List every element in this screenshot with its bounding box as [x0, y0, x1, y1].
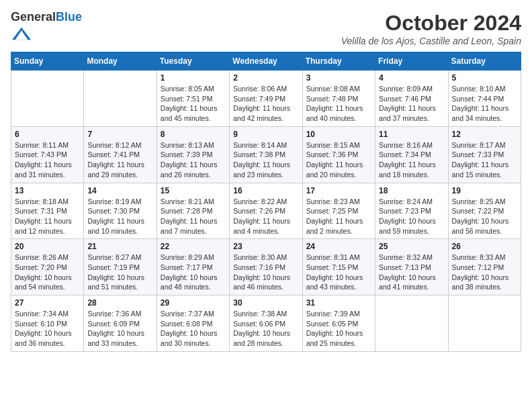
- day-number: 29: [161, 298, 226, 308]
- day-info: Sunrise: 8:12 AMSunset: 7:41 PMDaylight:…: [87, 140, 152, 180]
- day-number: 3: [306, 73, 371, 83]
- calendar-cell: 30Sunrise: 7:38 AMSunset: 6:06 PMDayligh…: [230, 295, 302, 352]
- logo: GeneralBlue: [11, 11, 82, 46]
- title-block: October 2024 Velilla de los Ajos, Castil…: [341, 11, 521, 46]
- calendar-cell: 3Sunrise: 8:08 AMSunset: 7:48 PMDaylight…: [302, 71, 375, 127]
- day-info: Sunrise: 8:32 AMSunset: 7:13 PMDaylight:…: [379, 253, 444, 292]
- calendar-cell: 21Sunrise: 8:27 AMSunset: 7:19 PMDayligh…: [84, 239, 157, 295]
- day-info: Sunrise: 8:13 AMSunset: 7:39 PMDaylight:…: [161, 140, 226, 180]
- day-info: Sunrise: 8:06 AMSunset: 7:49 PMDaylight:…: [233, 84, 298, 124]
- day-number: 5: [452, 73, 517, 83]
- day-info: Sunrise: 8:26 AMSunset: 7:20 PMDaylight:…: [15, 253, 80, 292]
- calendar-cell: 17Sunrise: 8:23 AMSunset: 7:25 PMDayligh…: [302, 183, 375, 239]
- calendar-cell: 25Sunrise: 8:32 AMSunset: 7:13 PMDayligh…: [375, 239, 448, 295]
- day-number: 28: [87, 298, 152, 308]
- calendar-week-row: 27Sunrise: 7:34 AMSunset: 6:10 PMDayligh…: [11, 295, 521, 352]
- day-number: 16: [233, 186, 298, 195]
- calendar-cell: 6Sunrise: 8:11 AMSunset: 7:43 PMDaylight…: [11, 126, 84, 183]
- calendar-cell: 26Sunrise: 8:33 AMSunset: 7:12 PMDayligh…: [448, 239, 521, 295]
- calendar-week-row: 1Sunrise: 8:05 AMSunset: 7:51 PMDaylight…: [11, 71, 521, 127]
- calendar-cell: 9Sunrise: 8:14 AMSunset: 7:38 PMDaylight…: [230, 126, 302, 183]
- day-number: 25: [379, 242, 444, 251]
- day-info: Sunrise: 8:22 AMSunset: 7:26 PMDaylight:…: [233, 197, 298, 236]
- location: Velilla de los Ajos, Castille and Leon, …: [341, 36, 521, 46]
- calendar-cell: 16Sunrise: 8:22 AMSunset: 7:26 PMDayligh…: [230, 183, 302, 239]
- calendar-cell: [375, 295, 448, 352]
- calendar-cell: [448, 295, 521, 352]
- day-header-monday: Monday: [84, 52, 157, 71]
- day-info: Sunrise: 8:29 AMSunset: 7:17 PMDaylight:…: [161, 253, 226, 292]
- day-number: 23: [233, 242, 298, 251]
- day-info: Sunrise: 8:17 AMSunset: 7:33 PMDaylight:…: [452, 140, 517, 180]
- calendar-cell: 31Sunrise: 7:39 AMSunset: 6:05 PMDayligh…: [302, 295, 375, 352]
- calendar-cell: 28Sunrise: 7:36 AMSunset: 6:09 PMDayligh…: [84, 295, 157, 352]
- day-number: 8: [161, 130, 226, 139]
- day-number: 30: [233, 298, 298, 308]
- day-number: 18: [379, 186, 444, 195]
- day-info: Sunrise: 8:10 AMSunset: 7:44 PMDaylight:…: [452, 84, 517, 124]
- day-number: 27: [15, 298, 80, 308]
- day-info: Sunrise: 8:23 AMSunset: 7:25 PMDaylight:…: [306, 197, 371, 236]
- day-info: Sunrise: 7:39 AMSunset: 6:05 PMDaylight:…: [306, 309, 371, 349]
- day-number: 10: [306, 130, 371, 139]
- day-info: Sunrise: 8:24 AMSunset: 7:23 PMDaylight:…: [379, 197, 444, 236]
- day-number: 19: [452, 186, 517, 195]
- logo-general-text: General: [11, 10, 56, 24]
- calendar-cell: 1Sunrise: 8:05 AMSunset: 7:51 PMDaylight…: [157, 71, 229, 127]
- day-info: Sunrise: 8:30 AMSunset: 7:16 PMDaylight:…: [233, 253, 298, 292]
- day-info: Sunrise: 7:37 AMSunset: 6:08 PMDaylight:…: [161, 309, 226, 349]
- calendar-cell: 18Sunrise: 8:24 AMSunset: 7:23 PMDayligh…: [375, 183, 448, 239]
- logo-icon: [12, 24, 31, 43]
- calendar-cell: 10Sunrise: 8:15 AMSunset: 7:36 PMDayligh…: [302, 126, 375, 183]
- day-info: Sunrise: 8:15 AMSunset: 7:36 PMDaylight:…: [306, 140, 371, 180]
- day-header-wednesday: Wednesday: [230, 52, 302, 71]
- calendar-cell: 24Sunrise: 8:31 AMSunset: 7:15 PMDayligh…: [302, 239, 375, 295]
- calendar-week-row: 13Sunrise: 8:18 AMSunset: 7:31 PMDayligh…: [11, 183, 521, 239]
- page-header: GeneralBlue October 2024 Velilla de los …: [11, 11, 521, 46]
- day-number: 4: [379, 73, 444, 83]
- day-number: 1: [161, 73, 226, 83]
- day-number: 12: [452, 130, 517, 139]
- day-number: 14: [87, 186, 152, 195]
- day-info: Sunrise: 8:14 AMSunset: 7:38 PMDaylight:…: [233, 140, 298, 180]
- day-number: 11: [379, 130, 444, 139]
- calendar-cell: 4Sunrise: 8:09 AMSunset: 7:46 PMDaylight…: [375, 71, 448, 127]
- day-info: Sunrise: 8:27 AMSunset: 7:19 PMDaylight:…: [87, 253, 152, 292]
- calendar-cell: 2Sunrise: 8:06 AMSunset: 7:49 PMDaylight…: [230, 71, 302, 127]
- day-number: 17: [306, 186, 371, 195]
- day-number: 7: [87, 130, 152, 139]
- calendar-cell: 14Sunrise: 8:19 AMSunset: 7:30 PMDayligh…: [84, 183, 157, 239]
- day-header-saturday: Saturday: [448, 52, 521, 71]
- calendar-cell: 20Sunrise: 8:26 AMSunset: 7:20 PMDayligh…: [11, 239, 84, 295]
- day-info: Sunrise: 8:08 AMSunset: 7:48 PMDaylight:…: [306, 84, 371, 124]
- month-title: October 2024: [341, 11, 521, 36]
- calendar-cell: 27Sunrise: 7:34 AMSunset: 6:10 PMDayligh…: [11, 295, 84, 352]
- day-info: Sunrise: 8:09 AMSunset: 7:46 PMDaylight:…: [379, 84, 444, 124]
- day-info: Sunrise: 8:16 AMSunset: 7:34 PMDaylight:…: [379, 140, 444, 180]
- calendar-cell: 22Sunrise: 8:29 AMSunset: 7:17 PMDayligh…: [157, 239, 229, 295]
- logo-blue-text: Blue: [56, 10, 82, 24]
- day-header-sunday: Sunday: [11, 52, 84, 71]
- day-info: Sunrise: 8:19 AMSunset: 7:30 PMDaylight:…: [87, 197, 152, 236]
- calendar-week-row: 6Sunrise: 8:11 AMSunset: 7:43 PMDaylight…: [11, 126, 521, 183]
- day-info: Sunrise: 8:25 AMSunset: 7:22 PMDaylight:…: [452, 197, 517, 236]
- calendar-cell: 12Sunrise: 8:17 AMSunset: 7:33 PMDayligh…: [448, 126, 521, 183]
- day-info: Sunrise: 8:05 AMSunset: 7:51 PMDaylight:…: [161, 84, 226, 124]
- day-number: 21: [87, 242, 152, 251]
- calendar-cell: [84, 71, 157, 127]
- day-number: 22: [161, 242, 226, 251]
- calendar-cell: 8Sunrise: 8:13 AMSunset: 7:39 PMDaylight…: [157, 126, 229, 183]
- calendar-cell: 5Sunrise: 8:10 AMSunset: 7:44 PMDaylight…: [448, 71, 521, 127]
- day-number: 31: [306, 298, 371, 308]
- day-info: Sunrise: 8:21 AMSunset: 7:28 PMDaylight:…: [161, 197, 226, 236]
- day-info: Sunrise: 8:18 AMSunset: 7:31 PMDaylight:…: [15, 197, 80, 236]
- calendar-cell: 15Sunrise: 8:21 AMSunset: 7:28 PMDayligh…: [157, 183, 229, 239]
- day-number: 2: [233, 73, 298, 83]
- calendar-cell: 7Sunrise: 8:12 AMSunset: 7:41 PMDaylight…: [84, 126, 157, 183]
- day-number: 26: [452, 242, 517, 251]
- calendar-cell: 19Sunrise: 8:25 AMSunset: 7:22 PMDayligh…: [448, 183, 521, 239]
- day-number: 20: [15, 242, 80, 251]
- day-info: Sunrise: 8:11 AMSunset: 7:43 PMDaylight:…: [15, 140, 80, 180]
- day-header-thursday: Thursday: [302, 52, 375, 71]
- day-info: Sunrise: 8:31 AMSunset: 7:15 PMDaylight:…: [306, 253, 371, 292]
